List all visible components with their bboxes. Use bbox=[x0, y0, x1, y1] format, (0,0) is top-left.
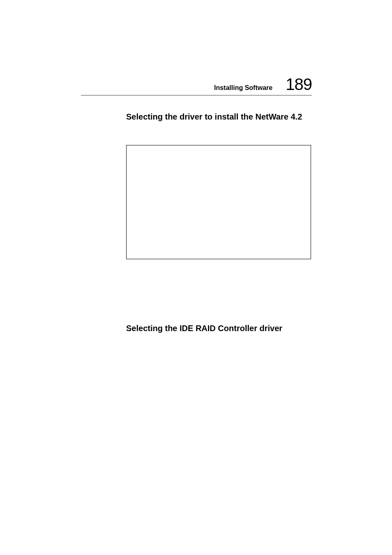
page-number: 189 bbox=[286, 75, 312, 94]
header-section-label: Installing Software bbox=[214, 84, 272, 92]
header-divider bbox=[81, 95, 312, 96]
section-heading-netware: Selecting the driver to install the NetW… bbox=[126, 112, 302, 122]
page-header: Installing Software 189 bbox=[214, 75, 312, 94]
section-heading-ide-raid: Selecting the IDE RAID Controller driver bbox=[126, 324, 282, 333]
screenshot-placeholder-box bbox=[126, 145, 311, 259]
document-page: Installing Software 189 Selecting the dr… bbox=[0, 0, 392, 555]
